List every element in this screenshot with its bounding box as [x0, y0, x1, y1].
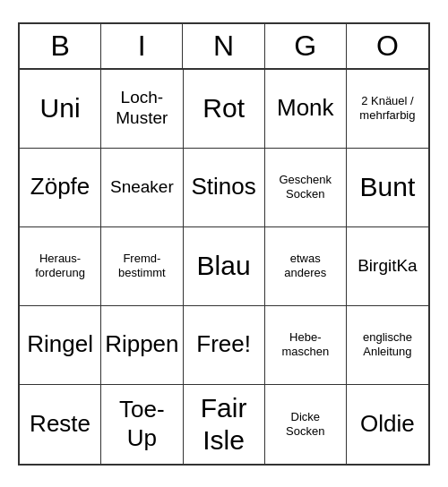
cell-text-19: englischeAnleitung	[363, 330, 412, 358]
cell-text-11: Fremd-bestimmt	[118, 252, 166, 279]
cell-text-9: Bunt	[360, 171, 416, 203]
cell-text-8: GeschenkSocken	[280, 173, 332, 201]
cell-text-6: Sneaker	[110, 177, 174, 198]
bingo-card: BINGO UniLoch-MusterRotMonk2 Knäuel /meh…	[18, 22, 430, 466]
cell-text-0: Uni	[40, 92, 81, 124]
cell-text-1: Loch-Muster	[116, 88, 168, 129]
cell-text-16: Rippen	[105, 330, 178, 358]
header-letter-O: O	[347, 24, 428, 68]
cell-text-14: BirgitKa	[358, 256, 418, 277]
header-letter-N: N	[183, 24, 264, 68]
cell-text-2: Rot	[202, 92, 245, 124]
bingo-cell-9: Bunt	[347, 149, 428, 227]
bingo-cell-18: Hebe-maschen	[265, 306, 347, 385]
bingo-cell-22: FairIsle	[184, 385, 265, 464]
cell-text-24: Oldie	[360, 410, 415, 438]
cell-text-20: Reste	[30, 410, 90, 438]
cell-text-7: Stinos	[191, 173, 255, 201]
bingo-cell-5: Zöpfe	[20, 149, 101, 227]
bingo-cell-11: Fremd-bestimmt	[101, 227, 183, 306]
bingo-cell-4: 2 Knäuel /mehrfarbig	[347, 70, 428, 149]
bingo-cell-23: DickeSocken	[265, 385, 347, 464]
bingo-cell-13: etwasanderes	[265, 227, 347, 306]
bingo-header: BINGO	[20, 24, 428, 70]
cell-text-10: Heraus-forderung	[35, 252, 85, 279]
bingo-cell-8: GeschenkSocken	[265, 149, 347, 227]
cell-text-5: Zöpfe	[30, 173, 90, 201]
bingo-cell-0: Uni	[20, 70, 101, 149]
bingo-cell-15: Ringel	[20, 306, 101, 385]
bingo-cell-19: englischeAnleitung	[347, 306, 428, 385]
header-letter-G: G	[265, 24, 347, 68]
cell-text-13: etwasanderes	[284, 252, 326, 279]
cell-text-4: 2 Knäuel /mehrfarbig	[359, 94, 415, 122]
bingo-cell-10: Heraus-forderung	[20, 227, 101, 306]
cell-text-22: FairIsle	[201, 392, 247, 457]
bingo-grid: UniLoch-MusterRotMonk2 Knäuel /mehrfarbi…	[20, 70, 428, 464]
bingo-cell-6: Sneaker	[101, 149, 183, 227]
bingo-cell-1: Loch-Muster	[101, 70, 183, 149]
bingo-cell-2: Rot	[184, 70, 265, 149]
bingo-cell-7: Stinos	[184, 149, 265, 227]
cell-text-3: Monk	[277, 94, 334, 122]
cell-text-17: Free!	[196, 330, 251, 358]
bingo-cell-16: Rippen	[101, 306, 183, 385]
header-letter-B: B	[20, 24, 101, 68]
bingo-cell-14: BirgitKa	[347, 227, 428, 306]
header-letter-I: I	[101, 24, 183, 68]
bingo-cell-21: Toe-Up	[101, 385, 183, 464]
cell-text-18: Hebe-maschen	[281, 330, 329, 358]
bingo-cell-12: Blau	[184, 227, 265, 306]
bingo-cell-24: Oldie	[347, 385, 428, 464]
cell-text-23: DickeSocken	[286, 410, 324, 438]
cell-text-12: Blau	[197, 250, 251, 282]
bingo-cell-3: Monk	[265, 70, 347, 149]
bingo-cell-20: Reste	[20, 385, 101, 464]
cell-text-15: Ringel	[27, 330, 93, 358]
bingo-cell-17: Free!	[184, 306, 265, 385]
cell-text-21: Toe-Up	[119, 396, 165, 451]
